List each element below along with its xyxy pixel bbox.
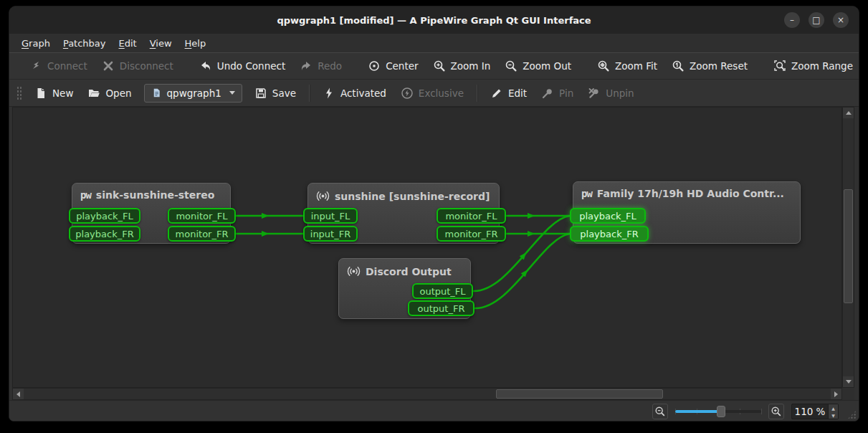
close-button[interactable]: × bbox=[833, 12, 849, 28]
window-title: qpwgraph1 [modified] — A PipeWire Graph … bbox=[277, 15, 591, 26]
node-title-text: sink-sunshine-stereo bbox=[96, 189, 214, 201]
port-sink-playback-fl[interactable]: playback_FL bbox=[69, 208, 140, 224]
center-button[interactable]: Center bbox=[361, 55, 425, 77]
scroll-down-button[interactable] bbox=[843, 376, 854, 387]
port-sunshine-input-fl[interactable]: input_FL bbox=[303, 208, 358, 224]
connect-icon bbox=[29, 60, 42, 72]
pipewire-icon: pw bbox=[581, 188, 592, 199]
node-header: sunshine [sunshine-record] bbox=[308, 184, 499, 209]
menu-graph[interactable]: Graph bbox=[15, 36, 57, 51]
horizontal-scrollbar-thumb[interactable] bbox=[496, 389, 663, 399]
port-discord-output-fl[interactable]: output_FL bbox=[412, 283, 473, 299]
spin-buttons: ▲ ▼ bbox=[828, 404, 838, 419]
port-discord-output-fr[interactable]: output_FR bbox=[408, 300, 474, 316]
unpin-button[interactable]: Unpin bbox=[581, 82, 641, 104]
port-sink-monitor-fr[interactable]: monitor_FR bbox=[168, 226, 236, 242]
node-title-text: Family 17h/19h HD Audio Contr... bbox=[597, 188, 784, 199]
exclusive-button[interactable]: Exclusive bbox=[394, 82, 471, 104]
zoom-out-icon bbox=[505, 60, 518, 72]
undo-connect-button[interactable]: Undo Connect bbox=[192, 55, 292, 77]
new-button[interactable]: New bbox=[27, 82, 80, 104]
zoom-percent-spinbox[interactable]: 110 % ▲ ▼ bbox=[791, 404, 839, 419]
edit-pencil-icon bbox=[490, 87, 503, 100]
open-button[interactable]: Open bbox=[80, 82, 138, 104]
open-folder-icon bbox=[87, 87, 100, 100]
statusbar-zoom-in-button[interactable] bbox=[768, 404, 784, 419]
scroll-up-button[interactable] bbox=[843, 108, 854, 118]
arrow-up-icon bbox=[846, 111, 852, 115]
patchbay-select[interactable]: qpwgraph1 bbox=[144, 84, 242, 103]
toolbar-main: Connect Disconnect Undo Connect Redo Cen… bbox=[9, 52, 859, 80]
maximize-icon: □ bbox=[812, 16, 820, 24]
menu-edit[interactable]: Edit bbox=[113, 36, 143, 51]
port-sunshine-monitor-fl[interactable]: monitor_FL bbox=[437, 208, 506, 224]
node-header: pw sink-sunshine-stereo bbox=[72, 184, 230, 206]
pin-button[interactable]: Pin bbox=[534, 82, 581, 104]
zoom-reset-button[interactable]: Zoom Reset bbox=[664, 55, 755, 77]
pipewire-icon: pw bbox=[80, 189, 91, 201]
toolbar-file: New Open qpwgraph1 Save Activated Exclus… bbox=[9, 80, 859, 107]
wire-discord-to-family-fr bbox=[474, 234, 570, 308]
zoom-range-button[interactable]: Zoom Range bbox=[766, 55, 859, 77]
redo-button[interactable]: Redo bbox=[292, 55, 349, 77]
vertical-scrollbar-thumb[interactable] bbox=[844, 189, 853, 303]
broadcast-icon bbox=[316, 189, 330, 203]
redo-icon bbox=[300, 60, 313, 72]
vertical-scrollbar[interactable] bbox=[842, 107, 854, 388]
arrow-left-icon bbox=[16, 391, 20, 397]
app-window: qpwgraph1 [modified] — A PipeWire Graph … bbox=[9, 6, 859, 422]
window-resize-grip[interactable] bbox=[847, 410, 857, 419]
zoom-slider[interactable] bbox=[675, 405, 761, 418]
window-controls: – □ × bbox=[784, 12, 849, 28]
scroll-right-button[interactable] bbox=[831, 389, 841, 399]
connection-wires bbox=[13, 108, 842, 388]
slider-tick bbox=[761, 409, 762, 414]
statusbar-zoom-out-button[interactable] bbox=[652, 404, 668, 419]
horizontal-scrollbar[interactable] bbox=[12, 388, 842, 400]
zoom-out-button[interactable]: Zoom Out bbox=[497, 55, 578, 77]
disconnect-button[interactable]: Disconnect bbox=[95, 55, 181, 77]
activated-button[interactable]: Activated bbox=[315, 82, 394, 104]
menu-help[interactable]: Help bbox=[178, 36, 213, 51]
port-sunshine-input-fr[interactable]: input_FR bbox=[303, 226, 358, 242]
toolbar-grip[interactable] bbox=[16, 85, 22, 101]
statusbar: 110 % ▲ ▼ bbox=[9, 400, 859, 422]
zoom-reset-icon bbox=[672, 60, 685, 72]
scroll-left-button[interactable] bbox=[13, 389, 24, 399]
titlebar: qpwgraph1 [modified] — A PipeWire Graph … bbox=[9, 6, 859, 34]
slider-handle[interactable] bbox=[717, 406, 725, 417]
zoom-range-icon bbox=[773, 60, 786, 72]
minimize-icon: – bbox=[790, 16, 794, 24]
toolbar-separator bbox=[309, 85, 310, 102]
patchbay-select-value: qpwgraph1 bbox=[167, 87, 221, 99]
port-family-playback-fl[interactable]: playback_FL bbox=[570, 208, 646, 224]
save-button[interactable]: Save bbox=[247, 82, 303, 104]
port-sink-playback-fr[interactable]: playback_FR bbox=[69, 226, 140, 242]
edit-button[interactable]: Edit bbox=[483, 82, 534, 104]
zoom-fit-button[interactable]: Zoom Fit bbox=[590, 55, 664, 77]
port-sink-monitor-fl[interactable]: monitor_FL bbox=[168, 208, 236, 224]
spin-up-button[interactable]: ▲ bbox=[828, 404, 838, 411]
node-header: pw Family 17h/19h HD Audio Contr... bbox=[573, 182, 800, 205]
port-sunshine-monitor-fr[interactable]: monitor_FR bbox=[437, 226, 506, 242]
zoom-in-icon bbox=[771, 406, 782, 417]
zoom-out-icon bbox=[654, 406, 666, 417]
node-title-text: Discord Output bbox=[366, 266, 452, 277]
spin-down-button[interactable]: ▼ bbox=[828, 411, 838, 419]
graph-canvas[interactable]: pw sink-sunshine-stereo playback_FL play… bbox=[12, 107, 842, 388]
menu-patchbay[interactable]: Patchbay bbox=[57, 36, 113, 51]
connect-button[interactable]: Connect bbox=[22, 55, 95, 77]
activated-icon bbox=[323, 87, 335, 100]
save-icon bbox=[254, 87, 267, 100]
menubar: Graph Patchbay Edit View Help bbox=[9, 34, 859, 52]
zoom-in-button[interactable]: Zoom In bbox=[426, 55, 498, 77]
zoom-percent-value: 110 % bbox=[792, 406, 828, 417]
minimize-button[interactable]: – bbox=[784, 12, 800, 28]
port-family-playback-fr[interactable]: playback_FR bbox=[570, 226, 649, 242]
unpin-icon bbox=[588, 87, 601, 100]
maximize-button[interactable]: □ bbox=[809, 12, 824, 28]
center-icon bbox=[368, 60, 381, 72]
menu-view[interactable]: View bbox=[143, 36, 178, 51]
zoom-in-icon bbox=[433, 60, 446, 72]
zoom-fit-icon bbox=[597, 60, 610, 72]
